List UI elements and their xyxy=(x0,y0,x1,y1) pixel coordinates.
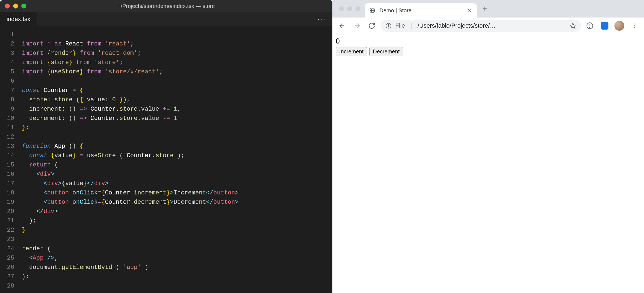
back-button[interactable] xyxy=(336,20,348,32)
url-path: /Users/fabio/Projects/store/… xyxy=(417,22,566,29)
editor-more-button[interactable]: ··· xyxy=(317,12,332,26)
close-window-icon[interactable] xyxy=(5,4,10,8)
code-editor[interactable]: 1 2 3 4 5 6 7 8 9 10 11 12 13 14 15 16 1… xyxy=(0,26,332,293)
url-separator: | xyxy=(409,22,414,29)
editor-tab-label: index.tsx xyxy=(7,16,30,23)
code-content: import * as React from 'react'; import {… xyxy=(22,30,332,293)
svg-point-7 xyxy=(590,27,590,27)
maximize-window-icon[interactable] xyxy=(355,6,360,11)
close-tab-icon[interactable] xyxy=(466,8,472,13)
bookmark-icon[interactable] xyxy=(570,22,576,29)
svg-point-8 xyxy=(634,23,635,24)
browser-tab-title: Demo | Store xyxy=(379,7,463,14)
globe-icon xyxy=(369,7,376,14)
address-bar[interactable]: File | /Users/fabio/Projects/store/… xyxy=(381,20,581,32)
decrement-button[interactable]: Decrement xyxy=(369,47,403,56)
chrome-menu-button[interactable] xyxy=(628,20,640,32)
new-tab-button[interactable] xyxy=(479,3,491,15)
minimize-window-icon[interactable] xyxy=(347,6,352,11)
page-content: 0 Increment Decrement xyxy=(332,34,644,293)
window-title: ~/Projects/store/demo/index.tsx — store xyxy=(0,3,332,9)
increment-button[interactable]: Increment xyxy=(336,47,367,56)
info-icon[interactable] xyxy=(385,23,391,29)
browser-window-controls xyxy=(335,6,362,11)
counter-value: 0 xyxy=(336,36,641,45)
browser-window: Demo | Store File | /Users/fabio/Project… xyxy=(332,0,644,293)
browser-tab[interactable]: Demo | Store xyxy=(365,3,477,18)
forward-button[interactable] xyxy=(351,20,363,32)
avatar-icon xyxy=(614,21,624,31)
editor-titlebar: ~/Projects/store/demo/index.tsx — store xyxy=(0,0,332,12)
browser-tabstrip: Demo | Store xyxy=(332,0,644,18)
line-number-gutter: 1 2 3 4 5 6 7 8 9 10 11 12 13 14 15 16 1… xyxy=(0,30,22,293)
extension-icon[interactable] xyxy=(599,20,611,32)
site-warning-icon[interactable] xyxy=(584,20,596,32)
browser-toolbar: File | /Users/fabio/Projects/store/… xyxy=(332,18,644,34)
window-controls xyxy=(0,4,26,8)
minimize-window-icon[interactable] xyxy=(13,4,18,8)
ellipsis-icon: ··· xyxy=(317,15,326,24)
svg-point-10 xyxy=(634,27,635,28)
maximize-window-icon[interactable] xyxy=(21,4,26,8)
svg-point-9 xyxy=(634,25,635,26)
svg-point-3 xyxy=(388,24,389,25)
editor-tabstrip: index.tsx ··· xyxy=(0,12,332,26)
close-window-icon[interactable] xyxy=(339,6,344,11)
reload-button[interactable] xyxy=(366,20,378,32)
url-scheme: File xyxy=(395,22,405,29)
profile-avatar[interactable] xyxy=(613,20,625,32)
editor-window: ~/Projects/store/demo/index.tsx — store … xyxy=(0,0,332,293)
editor-tab-index-tsx[interactable]: index.tsx xyxy=(0,12,37,26)
svg-marker-4 xyxy=(570,23,576,28)
